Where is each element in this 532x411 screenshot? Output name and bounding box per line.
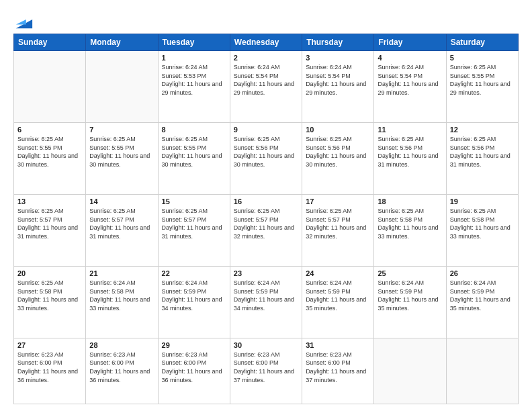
day-number: 10 (306, 126, 370, 134)
weekday-header-saturday: Saturday (446, 34, 518, 51)
calendar-week-row: 20Sunrise: 6:25 AMSunset: 5:58 PMDayligh… (14, 266, 519, 338)
calendar-week-row: 6Sunrise: 6:25 AMSunset: 5:55 PMDaylight… (14, 122, 519, 194)
weekday-header-monday: Monday (86, 34, 158, 51)
calendar-cell: 2Sunrise: 6:24 AMSunset: 5:54 PMDaylight… (230, 51, 302, 123)
day-number: 18 (378, 197, 442, 205)
calendar-cell: 18Sunrise: 6:25 AMSunset: 5:58 PMDayligh… (374, 194, 446, 266)
calendar-cell: 25Sunrise: 6:24 AMSunset: 5:59 PMDayligh… (374, 266, 446, 338)
calendar-cell: 12Sunrise: 6:25 AMSunset: 5:56 PMDayligh… (446, 122, 518, 194)
day-number: 12 (450, 126, 515, 134)
day-number: 26 (450, 269, 515, 277)
calendar-week-row: 13Sunrise: 6:25 AMSunset: 5:57 PMDayligh… (14, 194, 519, 266)
day-number: 29 (162, 341, 226, 349)
weekday-header-wednesday: Wednesday (230, 34, 302, 51)
cell-info: Sunrise: 6:25 AMSunset: 5:58 PMDaylight:… (378, 207, 442, 240)
day-number: 8 (162, 126, 226, 134)
calendar-cell: 3Sunrise: 6:24 AMSunset: 5:54 PMDaylight… (302, 51, 374, 123)
day-number: 21 (89, 269, 154, 277)
calendar-week-row: 27Sunrise: 6:23 AMSunset: 6:00 PMDayligh… (14, 338, 519, 404)
cell-info: Sunrise: 6:25 AMSunset: 5:55 PMDaylight:… (89, 135, 154, 169)
calendar-cell: 26Sunrise: 6:24 AMSunset: 5:59 PMDayligh… (446, 266, 518, 338)
calendar-header-row: SundayMondayTuesdayWednesdayThursdayFrid… (14, 34, 519, 51)
calendar-week-row: 1Sunrise: 6:24 AMSunset: 5:53 PMDaylight… (14, 51, 519, 123)
cell-info: Sunrise: 6:24 AMSunset: 5:59 PMDaylight:… (378, 279, 442, 312)
calendar-cell: 29Sunrise: 6:23 AMSunset: 6:00 PMDayligh… (158, 338, 230, 404)
day-number: 27 (17, 341, 82, 349)
calendar-cell: 9Sunrise: 6:25 AMSunset: 5:56 PMDaylight… (230, 122, 302, 194)
calendar-cell: 1Sunrise: 6:24 AMSunset: 5:53 PMDaylight… (158, 51, 230, 123)
calendar-cell: 13Sunrise: 6:25 AMSunset: 5:57 PMDayligh… (14, 194, 86, 266)
calendar-cell: 7Sunrise: 6:25 AMSunset: 5:55 PMDaylight… (86, 122, 158, 194)
calendar-cell: 8Sunrise: 6:25 AMSunset: 5:55 PMDaylight… (158, 122, 230, 194)
cell-info: Sunrise: 6:25 AMSunset: 5:58 PMDaylight:… (450, 207, 515, 240)
cell-info: Sunrise: 6:23 AMSunset: 6:00 PMDaylight:… (306, 351, 370, 384)
calendar-cell (86, 51, 158, 123)
cell-info: Sunrise: 6:25 AMSunset: 5:55 PMDaylight:… (162, 135, 226, 169)
cell-info: Sunrise: 6:24 AMSunset: 5:58 PMDaylight:… (89, 279, 154, 312)
calendar-cell: 24Sunrise: 6:24 AMSunset: 5:59 PMDayligh… (302, 266, 374, 338)
day-number: 24 (306, 269, 370, 277)
day-number: 3 (306, 54, 370, 62)
calendar-cell: 20Sunrise: 6:25 AMSunset: 5:58 PMDayligh… (14, 266, 86, 338)
cell-info: Sunrise: 6:25 AMSunset: 5:56 PMDaylight:… (234, 135, 298, 169)
calendar-cell (374, 338, 446, 404)
day-number: 1 (162, 54, 226, 62)
day-number: 13 (17, 197, 82, 205)
logo-icon (15, 11, 34, 30)
cell-info: Sunrise: 6:23 AMSunset: 6:00 PMDaylight:… (89, 351, 154, 384)
day-number: 16 (234, 197, 298, 205)
calendar-cell: 17Sunrise: 6:25 AMSunset: 5:57 PMDayligh… (302, 194, 374, 266)
day-number: 31 (306, 341, 370, 349)
day-number: 14 (89, 197, 154, 205)
cell-info: Sunrise: 6:25 AMSunset: 5:55 PMDaylight:… (450, 63, 515, 97)
cell-info: Sunrise: 6:24 AMSunset: 5:59 PMDaylight:… (306, 279, 370, 312)
day-number: 9 (234, 126, 298, 134)
cell-info: Sunrise: 6:24 AMSunset: 5:59 PMDaylight:… (234, 279, 298, 312)
calendar-cell: 10Sunrise: 6:25 AMSunset: 5:56 PMDayligh… (302, 122, 374, 194)
calendar-cell: 11Sunrise: 6:25 AMSunset: 5:56 PMDayligh… (374, 122, 446, 194)
calendar-cell (446, 338, 518, 404)
day-number: 17 (306, 197, 370, 205)
day-number: 11 (378, 126, 442, 134)
cell-info: Sunrise: 6:24 AMSunset: 5:54 PMDaylight:… (306, 63, 370, 97)
day-number: 6 (17, 126, 82, 134)
day-number: 4 (378, 54, 442, 62)
calendar-cell: 23Sunrise: 6:24 AMSunset: 5:59 PMDayligh… (230, 266, 302, 338)
day-number: 28 (89, 341, 154, 349)
cell-info: Sunrise: 6:25 AMSunset: 5:57 PMDaylight:… (306, 207, 370, 240)
cell-info: Sunrise: 6:23 AMSunset: 6:00 PMDaylight:… (162, 351, 226, 384)
calendar-cell: 5Sunrise: 6:25 AMSunset: 5:55 PMDaylight… (446, 51, 518, 123)
logo (13, 11, 34, 27)
day-number: 2 (234, 54, 298, 62)
calendar-cell: 14Sunrise: 6:25 AMSunset: 5:57 PMDayligh… (86, 194, 158, 266)
calendar-table: SundayMondayTuesdayWednesdayThursdayFrid… (13, 34, 519, 404)
weekday-header-tuesday: Tuesday (158, 34, 230, 51)
calendar-cell: 30Sunrise: 6:23 AMSunset: 6:00 PMDayligh… (230, 338, 302, 404)
cell-info: Sunrise: 6:25 AMSunset: 5:56 PMDaylight:… (306, 135, 370, 169)
weekday-header-sunday: Sunday (14, 34, 86, 51)
calendar-cell: 4Sunrise: 6:24 AMSunset: 5:54 PMDaylight… (374, 51, 446, 123)
cell-info: Sunrise: 6:24 AMSunset: 5:59 PMDaylight:… (450, 279, 515, 312)
day-number: 7 (89, 126, 154, 134)
calendar-cell: 31Sunrise: 6:23 AMSunset: 6:00 PMDayligh… (302, 338, 374, 404)
svg-marker-1 (16, 19, 26, 24)
cell-info: Sunrise: 6:25 AMSunset: 5:57 PMDaylight:… (162, 207, 226, 240)
calendar-cell: 16Sunrise: 6:25 AMSunset: 5:57 PMDayligh… (230, 194, 302, 266)
calendar-cell (14, 51, 86, 123)
cell-info: Sunrise: 6:23 AMSunset: 6:00 PMDaylight:… (17, 351, 82, 384)
page: SundayMondayTuesdayWednesdayThursdayFrid… (0, 0, 532, 411)
day-number: 20 (17, 269, 82, 277)
cell-info: Sunrise: 6:24 AMSunset: 5:54 PMDaylight:… (234, 63, 298, 97)
day-number: 22 (162, 269, 226, 277)
calendar-cell: 27Sunrise: 6:23 AMSunset: 6:00 PMDayligh… (14, 338, 86, 404)
day-number: 25 (378, 269, 442, 277)
calendar-cell: 19Sunrise: 6:25 AMSunset: 5:58 PMDayligh… (446, 194, 518, 266)
cell-info: Sunrise: 6:24 AMSunset: 5:54 PMDaylight:… (378, 63, 442, 97)
day-number: 23 (234, 269, 298, 277)
header (13, 11, 519, 27)
cell-info: Sunrise: 6:25 AMSunset: 5:58 PMDaylight:… (17, 279, 82, 312)
calendar-cell: 28Sunrise: 6:23 AMSunset: 6:00 PMDayligh… (86, 338, 158, 404)
cell-info: Sunrise: 6:25 AMSunset: 5:57 PMDaylight:… (17, 207, 82, 240)
calendar-cell: 15Sunrise: 6:25 AMSunset: 5:57 PMDayligh… (158, 194, 230, 266)
cell-info: Sunrise: 6:25 AMSunset: 5:56 PMDaylight:… (378, 135, 442, 169)
